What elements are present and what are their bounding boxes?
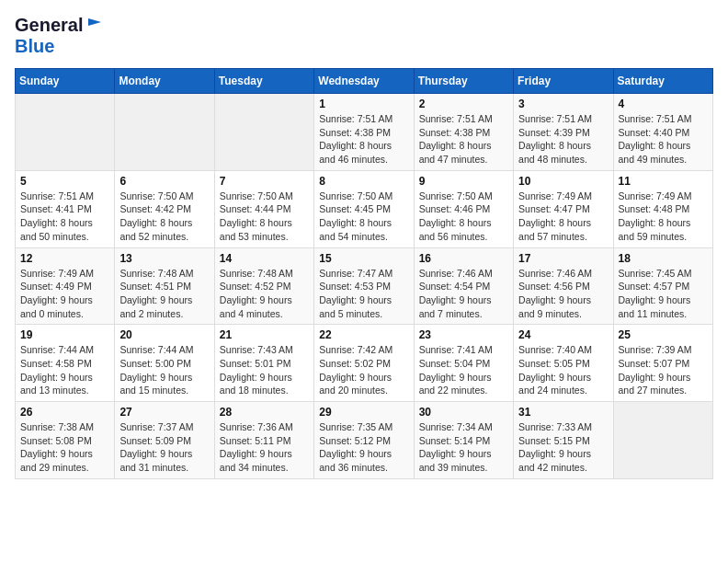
day-info: Sunrise: 7:50 AM Sunset: 4:44 PM Dayligh…: [220, 190, 309, 244]
logo-general-text: General: [15, 15, 83, 36]
day-number: 1: [319, 98, 408, 110]
svg-marker-0: [88, 18, 101, 26]
day-number: 25: [619, 328, 708, 341]
calendar-cell: [115, 94, 214, 171]
day-info: Sunrise: 7:35 AM Sunset: 5:12 PM Dayligh…: [319, 420, 408, 475]
day-header-tuesday: Tuesday: [214, 69, 313, 94]
day-info: Sunrise: 7:44 AM Sunset: 5:00 PM Dayligh…: [119, 343, 209, 397]
day-number: 24: [518, 328, 608, 341]
day-header-wednesday: Wednesday: [314, 69, 414, 94]
day-number: 6: [119, 175, 209, 188]
header-row: SundayMondayTuesdayWednesdayThursdayFrid…: [16, 69, 713, 94]
calendar-cell: 22Sunrise: 7:42 AM Sunset: 5:02 PM Dayli…: [314, 325, 414, 402]
calendar-cell: 23Sunrise: 7:41 AM Sunset: 5:04 PM Dayli…: [414, 325, 513, 402]
calendar-cell: 28Sunrise: 7:36 AM Sunset: 5:11 PM Dayli…: [214, 402, 313, 479]
day-info: Sunrise: 7:48 AM Sunset: 4:51 PM Dayligh…: [119, 267, 209, 321]
day-info: Sunrise: 7:49 AM Sunset: 4:48 PM Dayligh…: [619, 190, 708, 244]
day-number: 16: [419, 252, 508, 265]
calendar-cell: [613, 402, 712, 479]
day-number: 2: [419, 98, 508, 110]
day-number: 19: [20, 328, 109, 341]
calendar-cell: 25Sunrise: 7:39 AM Sunset: 5:07 PM Dayli…: [613, 325, 712, 402]
day-number: 18: [619, 252, 708, 265]
calendar-cell: 8Sunrise: 7:50 AM Sunset: 4:45 PM Daylig…: [314, 170, 414, 247]
day-info: Sunrise: 7:46 AM Sunset: 4:54 PM Dayligh…: [419, 267, 508, 321]
calendar-cell: 27Sunrise: 7:37 AM Sunset: 5:09 PM Dayli…: [115, 402, 214, 479]
calendar-cell: 26Sunrise: 7:38 AM Sunset: 5:08 PM Dayli…: [16, 402, 115, 479]
calendar-cell: 21Sunrise: 7:43 AM Sunset: 5:01 PM Dayli…: [214, 325, 313, 402]
week-row-4: 19Sunrise: 7:44 AM Sunset: 4:58 PM Dayli…: [16, 325, 713, 402]
calendar-cell: 11Sunrise: 7:49 AM Sunset: 4:48 PM Dayli…: [613, 170, 712, 247]
calendar-cell: [214, 94, 313, 171]
day-info: Sunrise: 7:49 AM Sunset: 4:47 PM Dayligh…: [518, 190, 608, 244]
week-row-2: 5Sunrise: 7:51 AM Sunset: 4:41 PM Daylig…: [16, 170, 713, 247]
logo: General Blue: [15, 15, 101, 57]
calendar-cell: 5Sunrise: 7:51 AM Sunset: 4:41 PM Daylig…: [16, 170, 115, 247]
day-number: 8: [319, 175, 408, 188]
calendar-cell: [16, 94, 115, 171]
day-number: 10: [518, 175, 608, 188]
calendar-cell: 2Sunrise: 7:51 AM Sunset: 4:38 PM Daylig…: [414, 94, 513, 171]
week-row-1: 1Sunrise: 7:51 AM Sunset: 4:38 PM Daylig…: [16, 94, 713, 171]
day-info: Sunrise: 7:40 AM Sunset: 5:05 PM Dayligh…: [518, 343, 608, 397]
day-number: 29: [319, 406, 408, 419]
calendar-cell: 9Sunrise: 7:50 AM Sunset: 4:46 PM Daylig…: [414, 170, 513, 247]
day-info: Sunrise: 7:44 AM Sunset: 4:58 PM Dayligh…: [20, 343, 109, 397]
day-info: Sunrise: 7:50 AM Sunset: 4:46 PM Dayligh…: [419, 190, 508, 244]
week-row-5: 26Sunrise: 7:38 AM Sunset: 5:08 PM Dayli…: [16, 402, 713, 479]
day-number: 20: [119, 328, 209, 341]
page-header: General Blue: [15, 15, 713, 57]
day-number: 14: [220, 252, 309, 265]
day-number: 22: [319, 328, 408, 341]
calendar-cell: 30Sunrise: 7:34 AM Sunset: 5:14 PM Dayli…: [414, 402, 513, 479]
day-number: 23: [419, 328, 508, 341]
day-header-monday: Monday: [115, 69, 214, 94]
calendar-cell: 3Sunrise: 7:51 AM Sunset: 4:39 PM Daylig…: [514, 94, 613, 171]
calendar-cell: 7Sunrise: 7:50 AM Sunset: 4:44 PM Daylig…: [214, 170, 313, 247]
day-header-friday: Friday: [514, 69, 613, 94]
day-header-saturday: Saturday: [613, 69, 712, 94]
day-number: 4: [619, 98, 708, 110]
day-info: Sunrise: 7:43 AM Sunset: 5:01 PM Dayligh…: [220, 343, 309, 397]
day-number: 12: [20, 252, 109, 265]
day-info: Sunrise: 7:51 AM Sunset: 4:38 PM Dayligh…: [319, 112, 408, 167]
day-info: Sunrise: 7:47 AM Sunset: 4:53 PM Dayligh…: [319, 267, 408, 321]
day-info: Sunrise: 7:39 AM Sunset: 5:07 PM Dayligh…: [619, 343, 708, 397]
day-number: 30: [419, 406, 508, 419]
day-number: 28: [220, 406, 309, 419]
day-info: Sunrise: 7:38 AM Sunset: 5:08 PM Dayligh…: [20, 420, 109, 475]
calendar-cell: 17Sunrise: 7:46 AM Sunset: 4:56 PM Dayli…: [514, 247, 613, 325]
day-number: 31: [518, 406, 608, 419]
day-info: Sunrise: 7:51 AM Sunset: 4:40 PM Dayligh…: [619, 112, 708, 167]
day-number: 7: [220, 175, 309, 188]
calendar-cell: 13Sunrise: 7:48 AM Sunset: 4:51 PM Dayli…: [115, 247, 214, 325]
day-info: Sunrise: 7:33 AM Sunset: 5:15 PM Dayligh…: [518, 420, 608, 475]
calendar-cell: 29Sunrise: 7:35 AM Sunset: 5:12 PM Dayli…: [314, 402, 414, 479]
calendar-cell: 4Sunrise: 7:51 AM Sunset: 4:40 PM Daylig…: [613, 94, 712, 171]
day-number: 17: [518, 252, 608, 265]
day-number: 26: [20, 406, 109, 419]
day-number: 15: [319, 252, 408, 265]
calendar-cell: 16Sunrise: 7:46 AM Sunset: 4:54 PM Dayli…: [414, 247, 513, 325]
day-info: Sunrise: 7:48 AM Sunset: 4:52 PM Dayligh…: [220, 267, 309, 321]
calendar-cell: 12Sunrise: 7:49 AM Sunset: 4:49 PM Dayli…: [16, 247, 115, 325]
calendar-cell: 15Sunrise: 7:47 AM Sunset: 4:53 PM Dayli…: [314, 247, 414, 325]
calendar-cell: 10Sunrise: 7:49 AM Sunset: 4:47 PM Dayli…: [514, 170, 613, 247]
calendar-cell: 18Sunrise: 7:45 AM Sunset: 4:57 PM Dayli…: [613, 247, 712, 325]
logo-flag-icon: [85, 17, 101, 33]
calendar-table: SundayMondayTuesdayWednesdayThursdayFrid…: [15, 68, 713, 479]
week-row-3: 12Sunrise: 7:49 AM Sunset: 4:49 PM Dayli…: [16, 247, 713, 325]
calendar-cell: 14Sunrise: 7:48 AM Sunset: 4:52 PM Dayli…: [214, 247, 313, 325]
calendar-cell: 24Sunrise: 7:40 AM Sunset: 5:05 PM Dayli…: [514, 325, 613, 402]
day-info: Sunrise: 7:51 AM Sunset: 4:39 PM Dayligh…: [518, 112, 608, 167]
calendar-body: 1Sunrise: 7:51 AM Sunset: 4:38 PM Daylig…: [16, 94, 713, 479]
day-info: Sunrise: 7:42 AM Sunset: 5:02 PM Dayligh…: [319, 343, 408, 397]
day-info: Sunrise: 7:45 AM Sunset: 4:57 PM Dayligh…: [619, 267, 708, 321]
day-number: 21: [220, 328, 309, 341]
calendar-cell: 20Sunrise: 7:44 AM Sunset: 5:00 PM Dayli…: [115, 325, 214, 402]
day-info: Sunrise: 7:50 AM Sunset: 4:45 PM Dayligh…: [319, 190, 408, 244]
day-info: Sunrise: 7:46 AM Sunset: 4:56 PM Dayligh…: [518, 267, 608, 321]
day-number: 5: [20, 175, 109, 188]
day-number: 3: [518, 98, 608, 110]
day-info: Sunrise: 7:34 AM Sunset: 5:14 PM Dayligh…: [419, 420, 508, 475]
